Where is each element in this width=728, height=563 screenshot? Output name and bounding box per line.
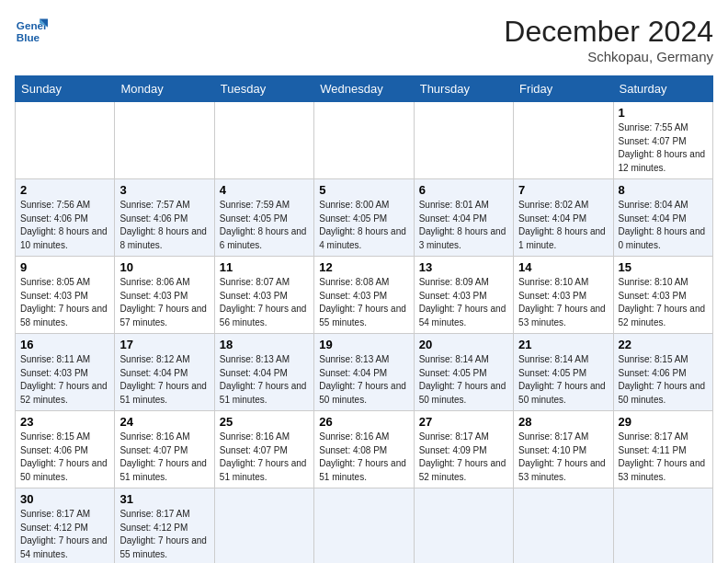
day-number: 25 (220, 415, 309, 429)
day-number: 15 (619, 260, 708, 274)
table-row: 2 Sunrise: 7:56 AM Sunset: 4:06 PM Dayli… (16, 179, 115, 257)
day-number: 17 (119, 338, 209, 351)
month-title: December 2024 (504, 15, 713, 49)
calendar-week-row: 2 Sunrise: 7:56 AM Sunset: 4:06 PM Dayli… (16, 179, 713, 257)
day-number: 26 (319, 415, 408, 429)
day-info: Sunrise: 8:00 AM Sunset: 4:05 PM Dayligh… (319, 199, 408, 252)
day-number: 12 (319, 260, 408, 274)
day-info: Sunrise: 7:59 AM Sunset: 4:05 PM Dayligh… (220, 199, 309, 252)
table-row: 3 Sunrise: 7:57 AM Sunset: 4:06 PM Dayli… (115, 179, 214, 257)
col-tuesday: Tuesday (214, 76, 313, 102)
day-number: 31 (119, 492, 209, 506)
day-info: Sunrise: 7:55 AM Sunset: 4:07 PM Dayligh… (619, 121, 708, 175)
table-row: 30 Sunrise: 8:17 AM Sunset: 4:12 PM Dayl… (16, 488, 115, 564)
table-row (16, 102, 115, 179)
table-row: 1 Sunrise: 7:55 AM Sunset: 4:07 PM Dayli… (613, 102, 712, 179)
day-number: 6 (419, 183, 508, 197)
day-number: 3 (119, 183, 209, 197)
table-row: 26 Sunrise: 8:16 AM Sunset: 4:08 PM Dayl… (314, 411, 414, 488)
day-info: Sunrise: 8:05 AM Sunset: 4:03 PM Dayligh… (20, 276, 109, 329)
col-thursday: Thursday (414, 76, 513, 102)
table-row: 24 Sunrise: 8:16 AM Sunset: 4:07 PM Dayl… (115, 411, 214, 488)
table-row: 8 Sunrise: 8:04 AM Sunset: 4:04 PM Dayli… (613, 179, 712, 257)
day-info: Sunrise: 7:56 AM Sunset: 4:06 PM Dayligh… (20, 199, 109, 252)
day-number: 13 (419, 260, 508, 274)
calendar-table: Sunday Monday Tuesday Wednesday Thursday… (15, 75, 713, 563)
location: Schkopau, Germany (504, 49, 713, 64)
day-info: Sunrise: 8:07 AM Sunset: 4:03 PM Dayligh… (220, 276, 309, 329)
table-row: 27 Sunrise: 8:17 AM Sunset: 4:09 PM Dayl… (414, 411, 513, 488)
table-row (613, 488, 712, 564)
table-row: 9 Sunrise: 8:05 AM Sunset: 4:03 PM Dayli… (16, 257, 115, 334)
day-info: Sunrise: 8:17 AM Sunset: 4:09 PM Dayligh… (419, 431, 508, 484)
table-row (414, 488, 513, 564)
calendar-week-row: 1 Sunrise: 7:55 AM Sunset: 4:07 PM Dayli… (16, 102, 713, 179)
col-monday: Monday (115, 76, 214, 102)
table-row (314, 102, 414, 179)
day-info: Sunrise: 8:14 AM Sunset: 4:05 PM Dayligh… (518, 353, 608, 407)
table-row: 18 Sunrise: 8:13 AM Sunset: 4:04 PM Dayl… (214, 334, 313, 411)
table-row: 28 Sunrise: 8:17 AM Sunset: 4:10 PM Dayl… (514, 411, 613, 488)
day-number: 20 (419, 338, 508, 351)
day-number: 18 (220, 338, 309, 351)
table-row (314, 488, 414, 564)
day-number: 28 (518, 415, 608, 429)
day-info: Sunrise: 8:17 AM Sunset: 4:12 PM Dayligh… (119, 508, 209, 561)
day-number: 30 (20, 492, 109, 506)
table-row: 14 Sunrise: 8:10 AM Sunset: 4:03 PM Dayl… (514, 257, 613, 334)
table-row: 21 Sunrise: 8:14 AM Sunset: 4:05 PM Dayl… (514, 334, 613, 411)
day-number: 9 (20, 260, 109, 274)
col-wednesday: Wednesday (314, 76, 414, 102)
calendar-header-row: Sunday Monday Tuesday Wednesday Thursday… (16, 76, 713, 102)
day-info: Sunrise: 8:08 AM Sunset: 4:03 PM Dayligh… (319, 276, 408, 329)
day-number: 7 (518, 183, 608, 197)
table-row (115, 102, 214, 179)
table-row: 19 Sunrise: 8:13 AM Sunset: 4:04 PM Dayl… (314, 334, 414, 411)
col-sunday: Sunday (16, 76, 115, 102)
table-row: 23 Sunrise: 8:15 AM Sunset: 4:06 PM Dayl… (16, 411, 115, 488)
day-info: Sunrise: 8:06 AM Sunset: 4:03 PM Dayligh… (119, 276, 209, 329)
day-number: 21 (518, 338, 608, 351)
table-row: 13 Sunrise: 8:09 AM Sunset: 4:03 PM Dayl… (414, 257, 513, 334)
logo: General Blue (15, 15, 48, 48)
day-info: Sunrise: 8:09 AM Sunset: 4:03 PM Dayligh… (419, 276, 508, 329)
table-row: 29 Sunrise: 8:17 AM Sunset: 4:11 PM Dayl… (613, 411, 712, 488)
day-number: 24 (119, 415, 209, 429)
day-number: 14 (518, 260, 608, 274)
day-info: Sunrise: 8:10 AM Sunset: 4:03 PM Dayligh… (518, 276, 608, 329)
day-number: 1 (619, 106, 708, 120)
table-row: 4 Sunrise: 7:59 AM Sunset: 4:05 PM Dayli… (214, 179, 313, 257)
day-info: Sunrise: 8:04 AM Sunset: 4:04 PM Dayligh… (619, 199, 708, 252)
day-number: 10 (119, 260, 209, 274)
table-row (514, 488, 613, 564)
day-info: Sunrise: 8:16 AM Sunset: 4:07 PM Dayligh… (119, 431, 209, 484)
table-row: 12 Sunrise: 8:08 AM Sunset: 4:03 PM Dayl… (314, 257, 414, 334)
day-info: Sunrise: 8:17 AM Sunset: 4:11 PM Dayligh… (619, 431, 708, 484)
day-info: Sunrise: 8:17 AM Sunset: 4:12 PM Dayligh… (20, 508, 109, 561)
day-number: 11 (220, 260, 309, 274)
calendar-week-row: 23 Sunrise: 8:15 AM Sunset: 4:06 PM Dayl… (16, 411, 713, 488)
day-number: 27 (419, 415, 508, 429)
table-row: 11 Sunrise: 8:07 AM Sunset: 4:03 PM Dayl… (214, 257, 313, 334)
day-info: Sunrise: 8:14 AM Sunset: 4:05 PM Dayligh… (419, 353, 508, 407)
day-info: Sunrise: 8:12 AM Sunset: 4:04 PM Dayligh… (119, 353, 209, 407)
calendar-week-row: 30 Sunrise: 8:17 AM Sunset: 4:12 PM Dayl… (16, 488, 713, 564)
title-block: December 2024 Schkopau, Germany (504, 15, 713, 64)
day-info: Sunrise: 8:15 AM Sunset: 4:06 PM Dayligh… (619, 353, 708, 407)
page-header: General Blue December 2024 Schkopau, Ger… (15, 15, 713, 64)
table-row: 16 Sunrise: 8:11 AM Sunset: 4:03 PM Dayl… (16, 334, 115, 411)
col-friday: Friday (514, 76, 613, 102)
table-row: 10 Sunrise: 8:06 AM Sunset: 4:03 PM Dayl… (115, 257, 214, 334)
day-info: Sunrise: 8:15 AM Sunset: 4:06 PM Dayligh… (20, 431, 109, 484)
calendar-week-row: 16 Sunrise: 8:11 AM Sunset: 4:03 PM Dayl… (16, 334, 713, 411)
day-number: 29 (619, 415, 708, 429)
table-row: 7 Sunrise: 8:02 AM Sunset: 4:04 PM Dayli… (514, 179, 613, 257)
table-row: 31 Sunrise: 8:17 AM Sunset: 4:12 PM Dayl… (115, 488, 214, 564)
day-number: 8 (619, 183, 708, 197)
svg-text:Blue: Blue (17, 31, 40, 43)
day-info: Sunrise: 8:13 AM Sunset: 4:04 PM Dayligh… (220, 353, 309, 407)
table-row: 15 Sunrise: 8:10 AM Sunset: 4:03 PM Dayl… (613, 257, 712, 334)
table-row (514, 102, 613, 179)
day-info: Sunrise: 8:11 AM Sunset: 4:03 PM Dayligh… (20, 353, 109, 407)
day-info: Sunrise: 8:01 AM Sunset: 4:04 PM Dayligh… (419, 199, 508, 252)
